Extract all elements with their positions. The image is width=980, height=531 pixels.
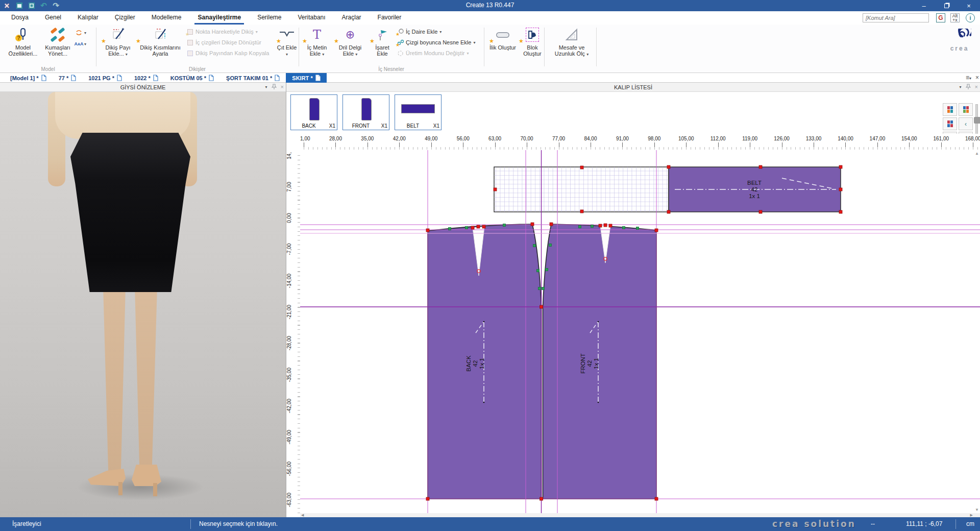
key-point[interactable] [604, 224, 607, 227]
restore-button[interactable] [935, 0, 958, 11]
scroll-down-arrow[interactable]: ▼ [975, 508, 979, 512]
key-point[interactable] [839, 165, 842, 168]
pattern-view-button[interactable] [943, 117, 957, 130]
key-point[interactable] [426, 229, 429, 232]
pattern-thumbnail-back[interactable]: BACKX1 [290, 94, 337, 130]
shortcut-keys-icon[interactable]: Alt +x [950, 13, 960, 22]
curve-point[interactable] [636, 227, 639, 230]
key-point[interactable] [580, 166, 583, 169]
panel-close-icon[interactable]: × [975, 84, 978, 90]
key-point[interactable] [655, 229, 658, 232]
add-drill-hole-button[interactable]: ⊕★ Dril Delgi Ekle ▾ [334, 26, 366, 58]
belt-piece[interactable] [494, 167, 841, 212]
menu-sanayileştirme[interactable]: Sanayileştirme [189, 11, 249, 25]
thumbnail-zoom-slider[interactable] [975, 104, 978, 138]
pattern-canvas[interactable]: BACK 42 1x 1 FRONT 42 1x 1 BELT 42 [300, 150, 980, 513]
curve-point[interactable] [533, 245, 536, 247]
add-seam-allowance-button[interactable]: ★ Dikiş Payı Ekle... ▾ [101, 26, 135, 58]
scroll-up-arrow[interactable]: ▲ [975, 151, 979, 156]
key-point[interactable] [531, 223, 534, 226]
horizontal-scrollbar[interactable]: ◀ ▶ [300, 513, 980, 517]
info-icon[interactable]: i [966, 13, 975, 22]
curve-point[interactable] [503, 224, 506, 227]
tab-list-icon[interactable]: ≡▾ [966, 74, 971, 81]
menu-dosya[interactable]: Dosya [3, 11, 37, 25]
key-point[interactable] [540, 497, 543, 500]
command-search-input[interactable] [863, 13, 929, 22]
key-point[interactable] [839, 188, 842, 191]
tab-şort-takim-01-[interactable]: ŞORT TAKIM 01 * [220, 73, 286, 83]
menu-genel[interactable]: Genel [37, 11, 69, 25]
create-block-button[interactable]: ★ Blok Oluştur [519, 26, 546, 57]
manage-fabrics-button[interactable]: Kumaşları Yönet... [42, 26, 74, 57]
curve-point[interactable] [537, 270, 540, 272]
copy-pattern-from-seam-item[interactable]: Dikiş Payından Kalıp Kopyala [187, 49, 269, 57]
key-point[interactable] [494, 188, 497, 191]
key-point[interactable] [599, 224, 602, 227]
menu-veritabanı[interactable]: Veritabanı [290, 11, 334, 25]
measure-distance-button[interactable]: Mesafe ve Uzunluk Ölç ▾ [550, 26, 593, 58]
key-point[interactable] [540, 305, 543, 308]
curve-point[interactable] [546, 269, 548, 271]
menu-araçlar[interactable]: Araçlar [334, 11, 370, 25]
tab-1022-[interactable]: 1022 * [128, 73, 164, 83]
curve-point[interactable] [449, 228, 451, 230]
scroll-left-arrow[interactable]: ◀ [301, 513, 304, 517]
fabric-swap-dropdown[interactable]: ▾ [76, 29, 86, 37]
panel-menu-icon[interactable]: ▾ [960, 85, 962, 89]
key-point[interactable] [839, 210, 842, 213]
tab-skirt-[interactable]: SKIRT * [286, 73, 326, 83]
curve-point[interactable] [623, 227, 625, 229]
tab--model-1-[interactable]: [Model 1] * [4, 73, 53, 83]
key-point[interactable] [426, 497, 429, 500]
curve-point[interactable] [591, 225, 594, 228]
convert-inner-lines-item[interactable]: İç çizgileri Dikişe Dönüştür [187, 38, 261, 46]
hang-pieces-button[interactable] [943, 103, 957, 116]
tab-1021-pg-[interactable]: 1021 PG * [82, 73, 128, 83]
curve-point[interactable] [538, 287, 541, 290]
add-inner-text-button[interactable]: T★ İç Metin Ekle ▾ [302, 26, 332, 58]
adjust-seam-sections-button[interactable]: ★ Dikiş Kısımlarını Ayarla [136, 26, 185, 57]
point-motion-seam-item[interactable]: ★ Nokta Hareketiyle Dikiş▾ [187, 28, 258, 36]
panel-close-icon[interactable]: × [281, 84, 284, 90]
font-size-dropdown[interactable]: AAA▾ [76, 40, 86, 48]
menu-kalıplar[interactable]: Kalıplar [69, 11, 107, 25]
menu-serileme[interactable]: Serileme [249, 11, 289, 25]
tab-kostüm-05-[interactable]: KOSTÜM 05 * [164, 73, 220, 83]
key-point[interactable] [759, 165, 762, 168]
pin-icon[interactable] [272, 84, 277, 90]
key-point[interactable] [477, 225, 480, 228]
scroll-right-arrow[interactable]: ▶ [970, 513, 973, 517]
curve-point[interactable] [542, 287, 545, 290]
glossary-icon[interactable]: G [936, 13, 945, 22]
close-button[interactable]: × [958, 0, 980, 11]
unit-label[interactable]: cm [966, 520, 974, 527]
add-mark-button[interactable]: ★ İşaret Ekle [370, 26, 395, 57]
change-production-mode-item[interactable]: Üretim Modunu Değiştir▾ [397, 49, 469, 57]
key-point[interactable] [550, 223, 553, 226]
tab-close-icon[interactable]: × [975, 74, 979, 81]
key-point[interactable] [580, 210, 583, 213]
menu-favoriler[interactable]: Favoriler [370, 11, 410, 25]
curve-point[interactable] [549, 244, 552, 247]
add-notch-button[interactable]: ★ Çıt Ekle ▾ [276, 26, 298, 58]
pattern-thumbnail-front[interactable]: FRONTX1 [342, 94, 389, 130]
pin-icon[interactable] [966, 84, 971, 90]
key-point[interactable] [471, 226, 474, 229]
tab-77-[interactable]: 77 * [53, 73, 83, 83]
key-point[interactable] [482, 225, 485, 228]
arrange-pieces-button[interactable] [959, 103, 973, 116]
scroll-pieces-left-button[interactable]: ‹ [959, 117, 973, 130]
front-piece[interactable] [543, 224, 657, 499]
model-properties-button[interactable]: ? Model Özellikleri... [6, 26, 40, 57]
key-point[interactable] [759, 210, 762, 213]
panel-menu-icon[interactable]: ▾ [265, 85, 267, 89]
pattern-thumbnail-belt[interactable]: BELTX1 [395, 94, 442, 130]
menu-modelleme[interactable]: Modelleme [143, 11, 190, 25]
key-point[interactable] [667, 210, 670, 213]
add-objects-along-line-item[interactable]: ★ Çizgi boyunca Nesne Ekle▾ [397, 38, 475, 46]
minimize-button[interactable]: – [913, 0, 935, 11]
create-buttonhole-button[interactable]: ★ İlik Oluştur [489, 26, 517, 51]
key-point[interactable] [609, 224, 612, 227]
menu-çizgiler[interactable]: Çizgiler [107, 11, 143, 25]
